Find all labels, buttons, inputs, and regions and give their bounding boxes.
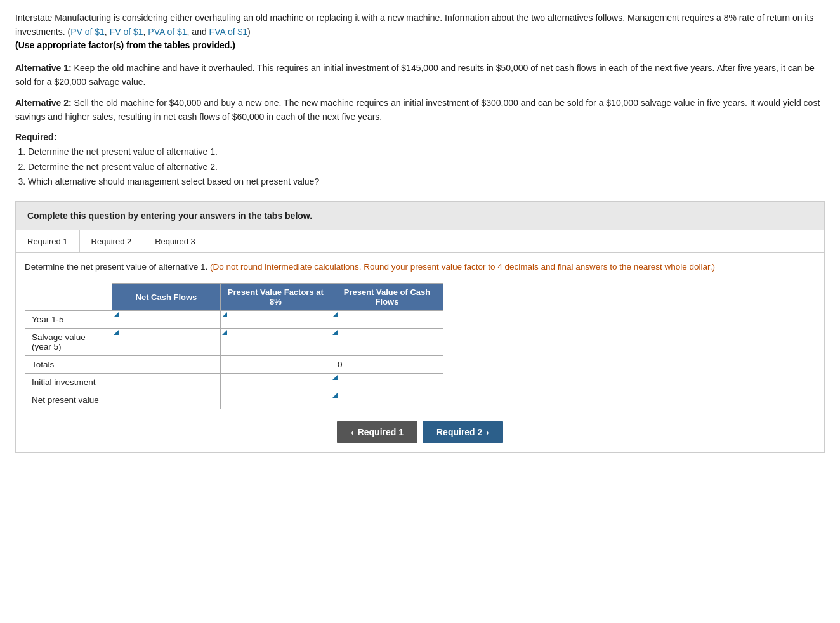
required-item-2: Determine the net present value of alter… [28, 160, 825, 175]
label-initial-investment: Initial investment [25, 374, 112, 391]
pvcf-npv[interactable] [331, 391, 443, 409]
alt1-text: Keep the old machine and have it overhau… [15, 63, 815, 87]
required-item-1: Determine the net present value of alter… [28, 145, 825, 160]
marker-pvf-year-1-5 [222, 312, 227, 317]
col-header-label [25, 284, 112, 311]
next-button[interactable]: Required 2 › [423, 421, 503, 443]
use-tables-note: (Use appropriate factor(s) from the tabl… [15, 40, 235, 50]
alt2-text: Sell the old machine for $40,000 and buy… [15, 98, 820, 122]
ncf-year-1-5-input[interactable] [119, 315, 213, 324]
chevron-left-icon: ‹ [351, 428, 353, 437]
row-npv: Net present value [25, 391, 443, 409]
pvf-year-1-5[interactable] [220, 311, 331, 329]
pvf-year-1-5-input[interactable] [227, 315, 324, 324]
required-list: Determine the net present value of alter… [15, 145, 825, 190]
tab-required-3[interactable]: Required 3 [143, 230, 207, 252]
pvcf-salvage[interactable] [331, 329, 443, 356]
row-initial-investment: Initial investment [25, 374, 443, 391]
marker-ncf-year-1-5 [114, 312, 119, 317]
complete-box-text: Complete this question by entering your … [27, 211, 813, 221]
pvcf-totals: 0 [331, 356, 443, 374]
marker-pvcf-salvage [332, 330, 338, 335]
pvf-totals [220, 356, 331, 374]
pvcf-initial-input[interactable] [338, 377, 436, 387]
label-totals: Totals [25, 356, 112, 374]
label-salvage: Salvage value (year 5) [25, 329, 112, 356]
label-npv: Net present value [25, 391, 112, 409]
col-header-pvcf: Present Value of Cash Flows [331, 284, 443, 311]
marker-ncf-salvage [114, 330, 119, 335]
ncf-initial-investment [112, 374, 220, 391]
pvcf-salvage-input[interactable] [338, 338, 436, 347]
tabs-area: Required 1 Required 2 Required 3 Determi… [15, 230, 825, 453]
tab-required-1[interactable]: Required 1 [16, 230, 80, 252]
ncf-totals [112, 356, 220, 374]
label-year-1-5: Year 1-5 [25, 311, 112, 329]
pvf-initial-investment [220, 374, 331, 391]
instruction-start: Determine the net present value of alter… [25, 262, 210, 272]
row-totals: Totals 0 [25, 356, 443, 374]
row-salvage: Salvage value (year 5) [25, 329, 443, 356]
complete-box: Complete this question by entering your … [15, 201, 825, 230]
pvcf-year-1-5[interactable] [331, 311, 443, 329]
required-block: Required: Determine the net present valu… [15, 132, 825, 190]
pvf-salvage-input[interactable] [227, 338, 324, 347]
alt1-block: Alternative 1: Keep the old machine and … [15, 62, 825, 89]
ncf-year-1-5[interactable] [112, 311, 220, 329]
intro-block: Interstate Manufacturing is considering … [15, 11, 825, 53]
col-header-pvf: Present Value Factors at 8% [220, 284, 331, 311]
required-item-3: Which alternative should management sele… [28, 174, 825, 190]
tabs-row: Required 1 Required 2 Required 3 [16, 230, 824, 253]
alt2-block: Alternative 2: Sell the old machine for … [15, 96, 825, 124]
ncf-salvage[interactable] [112, 329, 220, 356]
alt1-label: Alternative 1: [15, 63, 72, 73]
marker-pvcf-year-1-5 [332, 312, 338, 317]
col-header-ncf: Net Cash Flows [112, 284, 220, 311]
prev-button-label: Required 1 [358, 427, 404, 437]
marker-pvcf-npv [332, 393, 338, 398]
required-heading: Required: [15, 132, 825, 142]
marker-pvcf-initial [332, 375, 338, 380]
pvf-salvage[interactable] [220, 329, 331, 356]
tab-required-2[interactable]: Required 2 [80, 230, 144, 252]
alt2-label: Alternative 2: [15, 98, 72, 108]
pvcf-year-1-5-input[interactable] [338, 315, 436, 324]
prev-button[interactable]: ‹ Required 1 [337, 421, 417, 443]
chevron-right-icon: › [486, 428, 489, 437]
instruction-note: (Do not round intermediate calculations.… [210, 262, 715, 272]
tab1-content: Determine the net present value of alter… [16, 253, 824, 452]
pvcf-initial-investment[interactable] [331, 374, 443, 391]
pva-link[interactable]: PVA of $1 [148, 27, 187, 37]
ncf-salvage-input[interactable] [119, 338, 213, 347]
marker-pvf-salvage [222, 330, 227, 335]
nav-buttons: ‹ Required 1 Required 2 › [25, 409, 815, 452]
next-button-label: Required 2 [436, 427, 482, 437]
pvf-npv [220, 391, 331, 409]
tab1-instruction: Determine the net present value of alter… [25, 261, 815, 274]
fva-link[interactable]: FVA of $1 [209, 27, 247, 37]
npv-table: Net Cash Flows Present Value Factors at … [25, 283, 443, 409]
ncf-npv [112, 391, 220, 409]
pv-link[interactable]: PV of $1 [70, 27, 105, 37]
row-year-1-5: Year 1-5 [25, 311, 443, 329]
pvcf-npv-input[interactable] [338, 395, 436, 405]
fv-link[interactable]: FV of $1 [110, 27, 143, 37]
